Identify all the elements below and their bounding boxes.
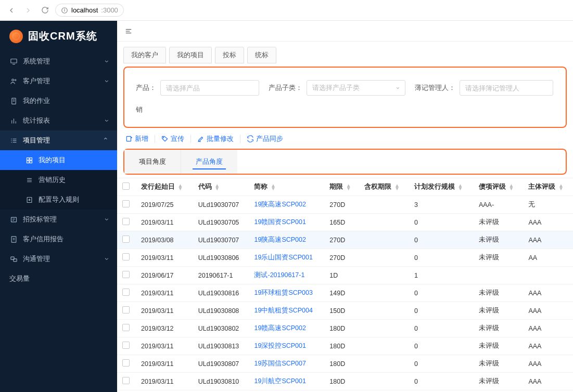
column-header[interactable]: 代码 ▲▼	[193, 178, 249, 196]
row-checkbox[interactable]	[122, 218, 130, 225]
cell-code: ULd19030810	[193, 373, 249, 390]
lines-icon	[25, 176, 33, 184]
sidebar-item-comm[interactable]: 沟通管理	[0, 249, 117, 269]
cell-name-link[interactable]: 19川航空SCP001	[249, 373, 324, 390]
main-tab[interactable]: 我的客户	[123, 47, 166, 63]
table-row[interactable]: 2019/03/12ULd1903080219赣高速SCP002180D0未评级…	[117, 320, 573, 337]
cell-name-link[interactable]: 19深投控SCP001	[249, 337, 324, 355]
add-button[interactable]: 新增	[123, 133, 150, 145]
cell-name-link[interactable]: 19中航租赁SCP004	[249, 302, 324, 320]
cell-plan: 0	[409, 355, 474, 373]
row-checkbox[interactable]	[122, 271, 130, 278]
sidebar-collapse-button[interactable]	[123, 26, 134, 36]
table-row[interactable]: 2019/03/11ULd1903081619环球租赁SCP003149D0未评…	[117, 284, 573, 302]
grid-icon	[25, 156, 33, 164]
product-input[interactable]	[160, 80, 259, 96]
main-tab[interactable]: 统标	[247, 47, 276, 63]
column-header[interactable]: 计划发行规模 ▲▼	[409, 178, 474, 196]
sidebar-item-vol[interactable]: 交易量	[0, 269, 117, 289]
nav-reload-button[interactable]	[39, 4, 51, 17]
row-checkbox[interactable]	[122, 253, 130, 260]
promote-button[interactable]: 宣传	[159, 133, 186, 145]
cell-date: 2019/06/17	[136, 267, 193, 284]
cell-issuer: AAA	[523, 373, 573, 390]
sort-icon: ▲▼	[558, 184, 564, 190]
main-tab[interactable]: 我的项目	[169, 47, 212, 63]
row-checkbox[interactable]	[122, 289, 130, 296]
table-row[interactable]: 2019/03/11ULd1903070519赣国资SCP001165D0未评级…	[117, 214, 573, 231]
table-row[interactable]: 2019/03/11ULd1903080719苏国信SCP007180D0未评级…	[117, 355, 573, 373]
cell-name-link[interactable]: 19陕高速SCP002	[249, 231, 324, 249]
cell-date: 2019/03/11	[136, 390, 193, 393]
table-row[interactable]: 2019/03/11ULd1903081019川航空SCP001180D0未评级…	[117, 373, 573, 390]
cell-issuer: AAA	[523, 231, 573, 249]
row-checkbox[interactable]	[122, 236, 130, 243]
nav-back-button[interactable]	[5, 4, 18, 17]
column-header[interactable]: 简称 ▲▼	[249, 178, 324, 196]
sidebar-item-bid[interactable]: 招投标管理	[0, 210, 117, 229]
sidebar-item-sys[interactable]: 系统管理	[0, 51, 117, 71]
manager-input[interactable]	[460, 80, 553, 96]
sidebar-item-importrules[interactable]: 配置导入规则	[0, 190, 117, 210]
row-checkbox[interactable]	[122, 306, 130, 313]
table-row[interactable]: 2019/03/08ULd1903070719陕高速SCP002270D0未评级…	[117, 231, 573, 249]
table-row[interactable]: 2019/06/1720190617-1测试-20190617-11D1	[117, 267, 573, 284]
sidebar-item-credit[interactable]: 客户信用报告	[0, 229, 117, 249]
table-row[interactable]: 2019/03/11ULd1903081319深投控SCP001180D0未评级…	[117, 337, 573, 355]
column-header[interactable]: 债项评级 ▲▼	[474, 178, 524, 196]
row-checkbox[interactable]	[122, 359, 130, 367]
table-row[interactable]: 2019/03/11ULd1903080619乐山国资SCP001270D0未评…	[117, 249, 573, 267]
table-row[interactable]: 2019/03/11ULd1903080819中航租赁SCP004150D0未评…	[117, 302, 573, 320]
table-row[interactable]: 2019/07/25ULd1903070719陕高速SCP002270D3AAA…	[117, 196, 573, 214]
sidebar-item-mywork[interactable]: 我的作业	[0, 91, 117, 111]
tab-project-view[interactable]: 项目角度	[124, 150, 181, 174]
browser-chrome: localhost:3000	[0, 0, 573, 21]
address-bar[interactable]: localhost:3000	[55, 4, 124, 17]
cell-date: 2019/03/08	[136, 231, 193, 249]
nav-forward-button[interactable]	[22, 4, 34, 17]
cell-plan: 0	[409, 284, 474, 302]
sidebar-item-myproj[interactable]: 我的项目	[0, 150, 117, 170]
cell-code: ULd19030707	[193, 196, 249, 214]
cell-name-link[interactable]: 19陕高速SCP002	[249, 196, 324, 214]
sidebar-item-salehist[interactable]: 营销历史	[0, 170, 117, 190]
sidebar-item-proj[interactable]: 项目管理	[0, 130, 117, 150]
main-tab[interactable]: 投标	[215, 47, 244, 63]
sort-icon: ▲▼	[177, 184, 183, 190]
cell-name-link[interactable]: 19赣国资SCP001	[249, 214, 324, 231]
row-checkbox[interactable]	[122, 324, 130, 331]
sidebar-item-label: 沟通管理	[23, 254, 50, 264]
table-wrap[interactable]: 发行起始日 ▲▼代码 ▲▼简称 ▲▼期限 ▲▼含权期限 ▲▼计划发行规模 ▲▼债…	[117, 178, 573, 392]
sidebar-item-label: 我的作业	[23, 96, 50, 106]
row-checkbox[interactable]	[122, 200, 130, 207]
cell-name-link[interactable]: 19环球租赁SCP003	[249, 284, 324, 302]
table-row[interactable]: 2019/03/11ULd1903081519中远海发SCP001180D0未评…	[117, 390, 573, 393]
sidebar-item-stats[interactable]: 统计报表	[0, 111, 117, 130]
column-header[interactable]: 期限 ▲▼	[324, 178, 359, 196]
cell-name-link[interactable]: 19苏国信SCP007	[249, 355, 324, 373]
row-checkbox[interactable]	[122, 342, 130, 349]
tab-product-view[interactable]: 产品角度	[181, 150, 237, 174]
row-checkbox[interactable]	[122, 377, 130, 384]
cell-opt	[359, 196, 409, 214]
cell-date: 2019/03/11	[136, 373, 193, 390]
cell-name-link[interactable]: 19乐山国资SCP001	[249, 249, 324, 267]
column-header[interactable]: 含权期限 ▲▼	[359, 178, 409, 196]
cell-term: 180D	[324, 373, 359, 390]
batch-edit-button[interactable]: 批量修改	[195, 133, 236, 145]
cell-name-link[interactable]: 19中远海发SCP001	[249, 390, 324, 393]
select-all-checkbox[interactable]	[122, 182, 130, 190]
cell-bond: 未评级	[474, 284, 524, 302]
subtype-placeholder: 请选择产品子类	[312, 83, 360, 93]
cell-bond: 未评级	[474, 355, 524, 373]
bar-icon	[9, 116, 18, 125]
cell-name-link[interactable]: 测试-20190617-1	[249, 267, 324, 284]
subtype-select[interactable]: 请选择产品子类	[307, 80, 405, 96]
column-header[interactable]: 主体评级 ▲▼	[523, 178, 573, 196]
sort-icon: ▲▼	[346, 184, 351, 190]
cell-name-link[interactable]: 19赣高速SCP002	[249, 320, 324, 337]
column-header[interactable]: 发行起始日 ▲▼	[136, 178, 193, 196]
sidebar-item-cust[interactable]: 客户管理	[0, 71, 117, 91]
sync-button[interactable]: 产品同步	[245, 133, 285, 145]
info-icon	[61, 7, 68, 14]
